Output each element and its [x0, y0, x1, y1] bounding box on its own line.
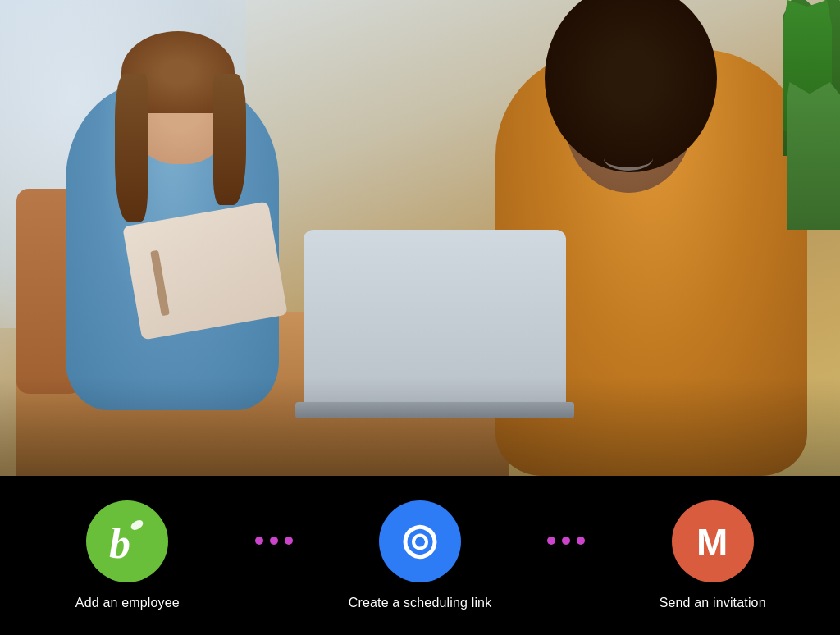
svg-point-1: [130, 519, 145, 532]
bamboo-logo-icon: b: [103, 517, 152, 566]
dot-3: [285, 537, 293, 545]
send-invitation-action[interactable]: M Send an invitation: [585, 500, 840, 610]
dot-6: [577, 537, 585, 545]
send-invitation-label: Send an invitation: [660, 596, 766, 610]
hero-image: [0, 0, 840, 476]
add-employee-action[interactable]: b Add an employee: [0, 500, 255, 610]
svg-text:b: b: [109, 520, 130, 566]
svg-text:M: M: [696, 521, 728, 564]
create-scheduling-link-action[interactable]: Create a scheduling link: [293, 500, 548, 610]
mail-icon-circle: M: [672, 500, 754, 582]
page-container: b Add an employee Cre: [0, 0, 840, 635]
dots-connector-1: [255, 537, 293, 545]
dot-2: [270, 537, 278, 545]
mail-logo-icon: M: [688, 517, 737, 566]
bamboo-icon-circle: b: [86, 500, 168, 582]
calendly-icon-circle: [379, 500, 461, 582]
dots-connector-2: [547, 537, 585, 545]
calendly-logo-icon: [395, 517, 445, 566]
dot-1: [255, 537, 263, 545]
dot-5: [562, 537, 570, 545]
dot-4: [547, 537, 555, 545]
action-bar: b Add an employee Cre: [0, 476, 840, 635]
add-employee-label: Add an employee: [75, 596, 180, 610]
create-scheduling-link-label: Create a scheduling link: [349, 596, 492, 610]
